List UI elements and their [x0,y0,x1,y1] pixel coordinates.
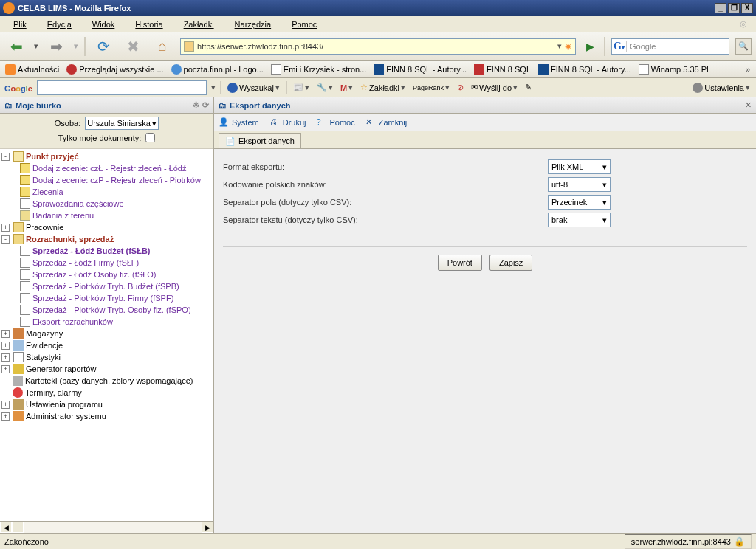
scroll-right-icon[interactable]: ▶ [202,522,213,533]
url-dropdown[interactable]: ▾ [554,41,565,51]
send-to-button[interactable]: ✉Wyślij do▾ [470,83,519,92]
back-dropdown[interactable]: ▾ [34,41,38,51]
tree-item[interactable]: Sprzedaż - Łódź Osoby fiz. (fSŁO) [32,270,157,279]
block-button[interactable]: ⊘ [456,83,465,92]
bookmark-item[interactable]: FINN 8 SQL - Autory... [371,63,469,76]
bookmark-item[interactable]: FINN 8 SQL - Autory... [536,63,633,76]
tree-expand-icon[interactable]: + [1,412,10,421]
google-engine-icon[interactable]: G▾ [612,41,627,52]
tree-item[interactable]: Magazyny [26,329,63,338]
google-news-button[interactable]: 📰▾ [292,83,311,92]
status-security[interactable]: serwer.zhwlodz.finn.pl:8443 🔒 [625,534,752,549]
tree-expand-icon[interactable]: + [1,401,10,409]
toolbar-close[interactable]: ✕Zamknij [365,117,408,128]
tree-item[interactable]: Statystyki [26,353,61,362]
tree-expand-icon[interactable]: + [1,342,10,350]
menu-file[interactable]: Plik [4,18,35,30]
bookmark-item[interactable]: Aktualności [3,63,61,76]
menu-tools[interactable]: Narzędzia [226,18,281,30]
tree-item[interactable]: Kartoteki (bazy danych, zbiory wspomagaj… [25,376,193,385]
horizontal-scrollbar[interactable]: ◀ ▶ [0,521,213,533]
tree-item[interactable]: Dodaj zlecenie: czP - Rejestr zleceń - P… [32,176,201,184]
tree-item[interactable]: Zlecenia [32,187,63,196]
tree-item[interactable]: Ustawienia programu [26,400,103,409]
tree-view[interactable]: -Punkt przyjęć Dodaj zlecenie: czŁ - Rej… [0,149,213,521]
back-button[interactable]: ⬅ [4,35,28,58]
forward-dropdown[interactable]: ▾ [74,41,78,51]
gmail-button[interactable]: M▾ [339,83,354,92]
toolbar-system[interactable]: 👤System [219,117,259,128]
menu-history[interactable]: Historia [126,18,171,30]
panel-close-button[interactable]: ✕ [745,100,752,110]
bookmark-item[interactable]: Winamp 5.35 PL [636,63,713,76]
feed-icon[interactable]: ◉ [565,41,572,51]
scroll-left-icon[interactable]: ◀ [0,522,12,533]
sidebar-refresh-icon[interactable]: ⟳ [202,100,209,110]
home-button[interactable]: ⌂ [151,35,174,58]
url-bar[interactable]: https://serwer.zhwlodz.finn.pl:8443/ ▾ ◉ [180,38,576,55]
google-tools-button[interactable]: 🔧▾ [315,83,334,92]
go-button[interactable]: ▶ [582,38,598,55]
menu-help[interactable]: Pomoc [283,18,326,30]
tree-item[interactable]: Generator raportów [26,365,96,373]
search-button[interactable]: 🔍 [735,38,752,55]
tree-item[interactable]: Dodaj zlecenie: czŁ - Rejestr zleceń - Ł… [32,164,186,173]
bookmarks-overflow[interactable]: » [743,65,753,74]
bookmark-item[interactable]: poczta.finn.pl - Logo... [169,63,266,76]
url-text[interactable]: https://serwer.zhwlodz.finn.pl:8443/ [197,42,554,51]
tree-item[interactable]: Ewidencje [26,341,63,350]
bookmark-item[interactable]: Przeglądaj wszystkie ... [64,63,165,76]
tree-expand-icon[interactable]: + [1,224,10,232]
restore-button[interactable]: ❐ [728,3,740,13]
osoba-select[interactable]: Urszula Siniarska▾ [85,117,159,130]
encoding-select[interactable]: utf-8▾ [548,177,611,192]
menu-view[interactable]: Widok [83,18,124,30]
tree-item[interactable]: Pracownie [26,223,63,232]
tree-item[interactable]: Badania z terenu [32,211,94,220]
toolbar-help[interactable]: ?Pomoc [316,117,354,128]
toolbar-print[interactable]: 🖨Drukuj [269,117,306,128]
tree-item[interactable]: Sprzedaż - Piotrków Tryb. Budżet (fSPB) [32,282,179,291]
tree-item[interactable]: Administrator systemu [26,412,106,421]
tree-item[interactable]: Sprawozdania częściowe [32,199,124,208]
tree-expand-icon[interactable]: + [1,353,10,362]
tree-item[interactable]: Sprzedaż - Piotrków Tryb. Osoby fiz. (fS… [32,305,191,314]
tree-item[interactable]: Sprzedaż - Łódź Firmy (fSŁF) [32,258,139,267]
scroll-thumb[interactable] [12,522,24,533]
google-settings-button[interactable]: Ustawienia▾ [691,83,752,93]
tree-expand-icon[interactable]: + [1,330,10,338]
tree-item[interactable]: Eksport rozrachunków [32,317,113,326]
tree-collapse-icon[interactable]: - [1,235,10,244]
tree-collapse-icon[interactable]: - [1,153,10,161]
tree-item[interactable]: Sprzedaż - Piotrków Tryb. Firmy (fSPF) [32,294,173,303]
stop-button[interactable]: ✖ [121,35,145,58]
back-button[interactable]: Powrót [438,255,482,271]
google-star-button[interactable]: ☆Zakładki▾ [359,83,407,92]
tab-export-data[interactable]: 📄Eksport danych [219,133,301,148]
pagerank-button[interactable]: PageRank▾ [411,83,451,92]
tree-item[interactable]: Rozrachunki, sprzedaż [26,235,114,244]
reload-button[interactable]: ⟳ [92,35,115,58]
close-button[interactable]: X [741,3,753,13]
google-search-button[interactable]: Wyszukaj▾ [226,83,281,93]
format-select[interactable]: Plik XML▾ [548,159,611,174]
tree-expand-icon[interactable]: + [1,365,10,373]
tree-item[interactable]: Punkt przyjęć [26,152,79,161]
google-search-dropdown[interactable]: ▾ [211,83,216,92]
onlymine-checkbox[interactable] [145,133,155,142]
google-search-input[interactable] [37,80,207,95]
bookmark-item[interactable]: Emi i Krzysiek - stron... [269,63,368,76]
menu-edit[interactable]: Edycja [38,18,80,30]
menu-bookmarks[interactable]: Zakładki [175,18,223,30]
fieldsep-select[interactable]: Przecinek▾ [548,195,611,210]
sidebar-collapse-icon[interactable]: ※ [193,100,199,110]
textsep-select[interactable]: brak▾ [548,213,611,227]
tree-item-selected[interactable]: Sprzedaż - Łódź Budżet (fSŁB) [32,246,151,255]
search-input[interactable]: Google [627,42,729,51]
search-box[interactable]: G▾ Google [611,38,729,55]
bookmark-item[interactable]: FINN 8 SQL [472,63,533,76]
save-button[interactable]: Zapisz [489,255,532,271]
highlight-button[interactable]: ✎ [523,83,533,92]
minimize-button[interactable]: _ [715,3,726,13]
tree-item[interactable]: Terminy, alarmy [25,388,82,397]
